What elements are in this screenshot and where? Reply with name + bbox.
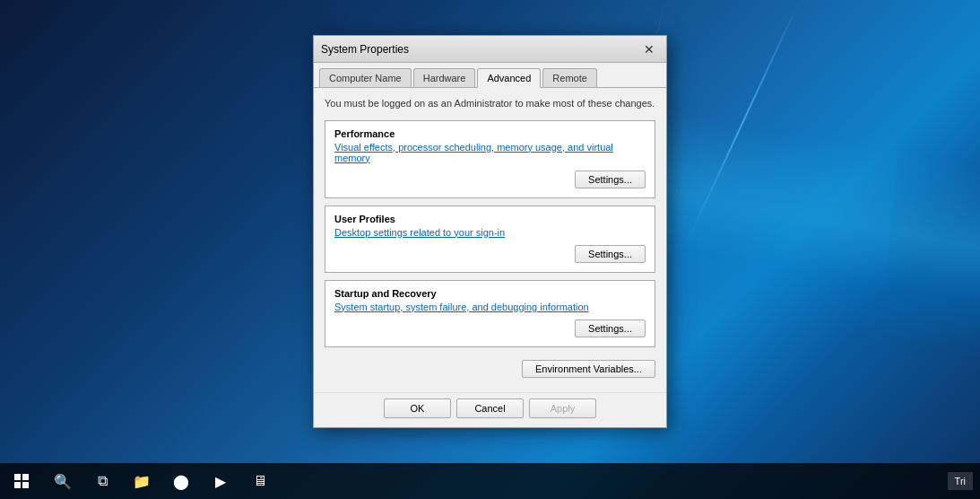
environment-variables-button[interactable]: Environment Variables... [522, 360, 655, 378]
dialog-footer: OK Cancel Apply [314, 392, 666, 427]
env-variables-row: Environment Variables... [325, 355, 655, 381]
system-properties-dialog: System Properties ✕ Computer Name Hardwa… [313, 35, 667, 427]
startup-recovery-description[interactable]: System startup, system failure, and debu… [334, 302, 646, 312]
dialog-overlay: System Properties ✕ Computer Name Hardwa… [0, 0, 980, 463]
chrome-icon[interactable]: ⬤ [161, 463, 201, 499]
windows-logo-icon [14, 474, 29, 488]
user-profiles-settings-button[interactable]: Settings... [575, 245, 646, 263]
user-profiles-section: User Profiles Desktop settings related t… [325, 206, 655, 273]
performance-settings-button[interactable]: Settings... [575, 171, 646, 188]
startup-recovery-section: Startup and Recovery System startup, sys… [325, 280, 655, 347]
dialog-close-button[interactable]: ✕ [639, 39, 659, 59]
startup-recovery-title: Startup and Recovery [334, 288, 646, 299]
tabs-container: Computer Name Hardware Advanced Remote [314, 63, 666, 88]
performance-section: Performance Visual effects, processor sc… [325, 120, 655, 198]
file-explorer-icon[interactable]: 📁 [122, 463, 161, 499]
start-button[interactable] [0, 463, 43, 499]
tab-advanced[interactable]: Advanced [477, 68, 541, 88]
admin-notice: You must be logged on as an Administrato… [325, 97, 655, 110]
task-view-icon[interactable]: ⧉ [82, 463, 122, 499]
remote-desktop-icon[interactable]: 🖥 [240, 463, 280, 499]
tab-remote[interactable]: Remote [542, 68, 597, 87]
startup-recovery-settings-button[interactable]: Settings... [575, 320, 646, 337]
user-profiles-description[interactable]: Desktop settings related to your sign-in [334, 227, 646, 238]
performance-btn-row: Settings... [334, 171, 646, 188]
search-taskbar-icon[interactable]: 🔍 [43, 463, 82, 499]
user-profiles-btn-row: Settings... [334, 245, 646, 263]
cancel-button[interactable]: Cancel [456, 398, 524, 418]
tab-computer-name[interactable]: Computer Name [319, 68, 412, 87]
dialog-titlebar: System Properties ✕ [314, 36, 666, 63]
apply-button[interactable]: Apply [529, 398, 596, 418]
startup-recovery-btn-row: Settings... [334, 320, 646, 337]
taskbar: 🔍 ⧉ 📁 ⬤ ▶ 🖥 Tri [0, 463, 980, 499]
performance-description[interactable]: Visual effects, processor scheduling, me… [334, 142, 646, 163]
tab-hardware[interactable]: Hardware [413, 68, 476, 87]
ok-button[interactable]: OK [384, 398, 451, 418]
notification-area[interactable]: Tri [948, 472, 973, 490]
taskbar-right: Tri [948, 472, 980, 490]
user-profiles-title: User Profiles [334, 214, 646, 224]
dialog-content: You must be logged on as an Administrato… [314, 88, 666, 391]
dialog-title: System Properties [321, 43, 639, 56]
performance-title: Performance [334, 128, 646, 139]
terminal-icon[interactable]: ▶ [201, 463, 240, 499]
